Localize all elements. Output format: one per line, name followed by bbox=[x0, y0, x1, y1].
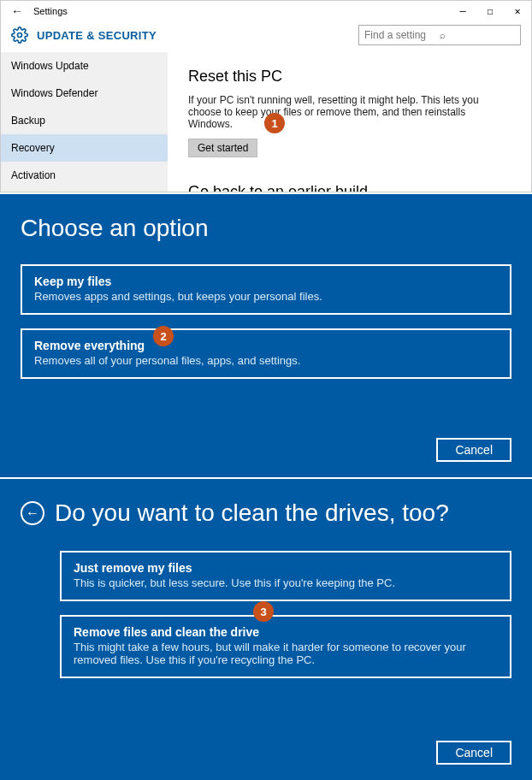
reset-body: If your PC isn't running well, resetting… bbox=[188, 94, 488, 130]
option-desc: This might take a few hours, but will ma… bbox=[74, 641, 498, 666]
window-controls: — ☐ ✕ bbox=[449, 5, 531, 17]
choose-option-panel: Choose an option Keep my files Removes a… bbox=[0, 192, 532, 477]
cancel-button[interactable]: Cancel bbox=[436, 741, 511, 765]
sidebar: Windows Update Windows Defender Backup R… bbox=[1, 52, 168, 192]
clean-drives-heading: Do you want to clean the drives, too? bbox=[55, 499, 449, 527]
back-arrow-icon[interactable]: ← bbox=[11, 4, 23, 18]
choose-option-heading: Choose an option bbox=[21, 215, 511, 242]
sidebar-item-windows-defender[interactable]: Windows Defender bbox=[1, 80, 168, 107]
sidebar-item-for-developers[interactable]: For developers bbox=[1, 189, 168, 192]
window-title: Settings bbox=[33, 6, 449, 16]
minimize-icon[interactable]: — bbox=[449, 5, 476, 17]
option-title: Remove everything bbox=[34, 339, 498, 352]
close-icon[interactable]: ✕ bbox=[504, 5, 531, 17]
search-input[interactable]: Find a setting ⌕ bbox=[358, 25, 521, 45]
option-title: Remove files and clean the drive bbox=[74, 625, 498, 639]
reset-heading: Reset this PC bbox=[188, 68, 511, 86]
settings-window: ← Settings — ☐ ✕ UPDATE & SECURITY Find … bbox=[0, 0, 532, 192]
cancel-button[interactable]: Cancel bbox=[436, 438, 511, 462]
option-desc: This is quicker, but less secure. Use th… bbox=[74, 576, 498, 589]
option-title: Just remove my files bbox=[74, 561, 498, 575]
header-row: UPDATE & SECURITY Find a setting ⌕ bbox=[1, 21, 531, 52]
sidebar-item-windows-update[interactable]: Windows Update bbox=[1, 52, 168, 80]
option-keep-my-files[interactable]: Keep my files Removes apps and settings,… bbox=[21, 264, 511, 315]
svg-point-0 bbox=[18, 33, 22, 38]
titlebar: ← Settings — ☐ ✕ bbox=[1, 1, 531, 21]
maximize-icon[interactable]: ☐ bbox=[476, 5, 504, 17]
main-pane: Reset this PC If your PC isn't running w… bbox=[168, 52, 531, 192]
sidebar-item-backup[interactable]: Backup bbox=[1, 107, 168, 134]
gear-icon bbox=[11, 27, 28, 44]
option-desc: Removes all of your personal files, apps… bbox=[34, 354, 498, 367]
option-remove-everything[interactable]: Remove everything Removes all of your pe… bbox=[21, 328, 511, 379]
panel2-header: ← Do you want to clean the drives, too? bbox=[21, 499, 511, 527]
goback-heading: Go back to an earlier build bbox=[188, 183, 511, 192]
option-title: Keep my files bbox=[34, 275, 498, 288]
page-title: UPDATE & SECURITY bbox=[37, 29, 358, 42]
annotation-badge-3: 3 bbox=[253, 601, 274, 622]
option-remove-files-clean-drive[interactable]: Remove files and clean the drive This mi… bbox=[60, 615, 511, 678]
option-just-remove-files[interactable]: Just remove my files This is quicker, bu… bbox=[60, 551, 511, 601]
get-started-button[interactable]: Get started bbox=[188, 139, 257, 157]
sidebar-item-activation[interactable]: Activation bbox=[1, 162, 168, 189]
sidebar-item-recovery[interactable]: Recovery bbox=[1, 134, 168, 162]
search-placeholder: Find a setting bbox=[364, 29, 440, 41]
annotation-badge-2: 2 bbox=[153, 326, 174, 346]
clean-drives-panel: ← Do you want to clean the drives, too? … bbox=[0, 477, 532, 780]
search-icon: ⌕ bbox=[440, 30, 515, 40]
option-desc: Removes apps and settings, but keeps you… bbox=[34, 290, 498, 303]
annotation-badge-1: 1 bbox=[264, 113, 285, 133]
back-circle-icon[interactable]: ← bbox=[21, 501, 44, 525]
